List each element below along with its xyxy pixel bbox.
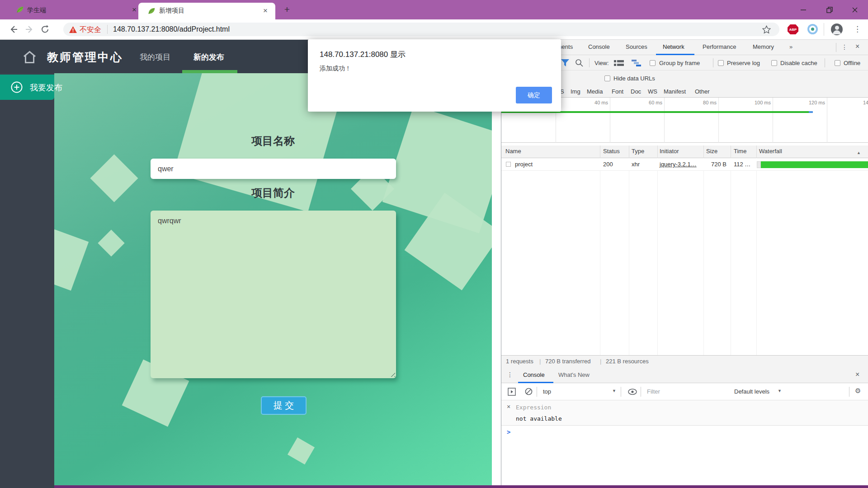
divider [836,43,836,52]
security-chip[interactable]: 不安全 [80,25,101,35]
dialog-ok-button[interactable]: 确定 [516,87,552,103]
new-tab-button[interactable]: + [282,5,292,15]
divider [629,171,629,355]
type-filter[interactable]: WS [648,88,657,95]
type-filter[interactable]: Manifest [664,88,686,95]
project-name-input[interactable]: qwer [151,159,396,179]
col-waterfall[interactable]: Waterfall [759,148,782,155]
sidebar-item-publish[interactable]: 我要发布 [0,75,54,100]
col-time[interactable]: Time [734,148,746,155]
drawer-tab-whats-new[interactable]: What's New [558,371,590,378]
console-settings-gear-icon[interactable]: ⚙ [855,387,861,395]
overview-request-tip [809,111,813,113]
tab-close-icon[interactable]: × [261,7,269,15]
console-filter-input[interactable]: Filter [647,388,660,395]
col-status[interactable]: Status [603,148,620,155]
network-request-row[interactable]: project 200 xhr jquery-3.2.1… 720 B 112 … [501,158,868,171]
nav-new-publish[interactable]: 新的发布 [193,52,224,62]
network-table-header: Name Status Type Initiator Size Time Wat… [501,145,868,158]
devtools-tab-sources[interactable]: Sources [626,43,647,50]
divider [703,171,704,355]
type-filter[interactable]: Other [695,88,710,95]
spring-leaf-icon [148,7,156,15]
col-type[interactable]: Type [632,148,644,155]
submit-button[interactable]: 提 交 [261,396,307,415]
waterfall-bar[interactable] [761,161,868,168]
sort-asc-icon[interactable]: ▲ [857,150,861,155]
type-filter[interactable]: Media [587,88,603,95]
drawer-close-icon[interactable]: × [855,371,859,379]
col-name[interactable]: Name [505,148,521,155]
divider [107,25,108,34]
log-levels-selector[interactable]: Default levels [734,388,769,395]
tab-close-icon[interactable]: × [130,6,138,14]
divider [537,387,537,397]
tab-title: 新增项目 [159,7,184,15]
drawer-menu-dots-icon[interactable]: ⋮ [507,371,513,378]
media-extension-icon[interactable] [807,24,818,34]
col-initiator[interactable]: Initiator [660,148,679,155]
forward-icon[interactable] [25,25,34,34]
offline-checkbox[interactable] [835,60,840,66]
adblock-plus-icon[interactable]: ABP [788,24,798,34]
decor-square [54,224,89,291]
filter-funnel-icon[interactable] [561,59,569,66]
disable-cache-label: Disable cache [780,60,817,66]
console-sidebar-icon[interactable] [508,388,516,396]
network-summary-bar: 1 requests | 720 B transferred | 221 B r… [501,355,868,367]
address-bar[interactable]: 不安全 148.70.137.21:8080/addProject.html [63,23,779,36]
type-filter[interactable]: Doc [631,88,641,95]
bookmark-star-icon[interactable] [762,25,771,34]
plus-circle-icon [11,81,23,93]
hide-data-urls-checkbox[interactable] [604,75,610,81]
drawer-tab-console[interactable]: Console [523,371,545,378]
url-text[interactable]: 148.70.137.21:8080/addProject.html [113,25,230,33]
home-icon[interactable] [23,51,37,64]
console-prompt-icon[interactable]: > [507,428,510,436]
tab-student[interactable]: 学生端 × [4,0,138,19]
devtools-close-icon[interactable]: × [855,42,859,51]
waterfall-waiting-bar [757,161,761,168]
devtools-tab-console[interactable]: Console [588,43,610,50]
page-title: 教师管理中心 [47,50,123,65]
eye-icon[interactable] [628,389,637,395]
file-icon [506,162,511,167]
tab-title: 学生端 [27,6,46,14]
console-context-selector[interactable]: top [543,388,551,395]
remove-expression-icon[interactable]: × [507,403,510,410]
divider [629,145,629,158]
type-filter[interactable]: Font [612,88,623,95]
nav-my-projects[interactable]: 我的项目 [140,52,170,62]
request-initiator-link[interactable]: jquery-3.2.1… [660,161,697,168]
view-list-icon[interactable] [614,60,624,66]
divider [825,58,825,67]
preserve-log-checkbox[interactable] [718,60,724,66]
tab-add-project[interactable]: 新增项目 × [138,3,275,19]
window-restore-icon[interactable] [826,6,834,14]
view-waterfall-icon[interactable] [632,60,642,66]
type-filter[interactable]: Img [571,88,580,95]
group-by-frame-checkbox[interactable] [650,60,656,66]
project-desc-textarea[interactable]: qwrqwr [151,211,396,378]
devtools-tab-network[interactable]: Network [663,43,684,50]
live-expression-input[interactable]: Expression [516,404,551,411]
window-minimize-icon[interactable] [799,6,807,14]
disable-cache-checkbox[interactable] [771,60,777,66]
col-size[interactable]: Size [706,148,717,155]
reload-icon[interactable] [41,25,50,34]
menu-dots-icon[interactable]: ⋮ [854,24,861,34]
request-name[interactable]: project [515,161,533,168]
devtools-more-tabs-icon[interactable]: » [789,43,793,50]
profile-avatar[interactable] [831,23,843,35]
summary-requests: 1 requests [506,358,533,365]
back-icon[interactable] [9,25,18,34]
clear-console-icon[interactable] [525,388,533,395]
search-icon[interactable] [575,59,583,67]
drawer-tab-bar: ⋮ Console What's New × [501,367,868,383]
devtools-tab-performance[interactable]: Performance [703,43,736,50]
group-by-frame-label: Group by frame [659,60,700,66]
window-close-icon[interactable] [851,6,859,14]
devtools-menu-dots-icon[interactable]: ⋮ [841,43,848,51]
ruler-label: 120 ms [800,100,825,105]
devtools-tab-memory[interactable]: Memory [753,43,774,50]
